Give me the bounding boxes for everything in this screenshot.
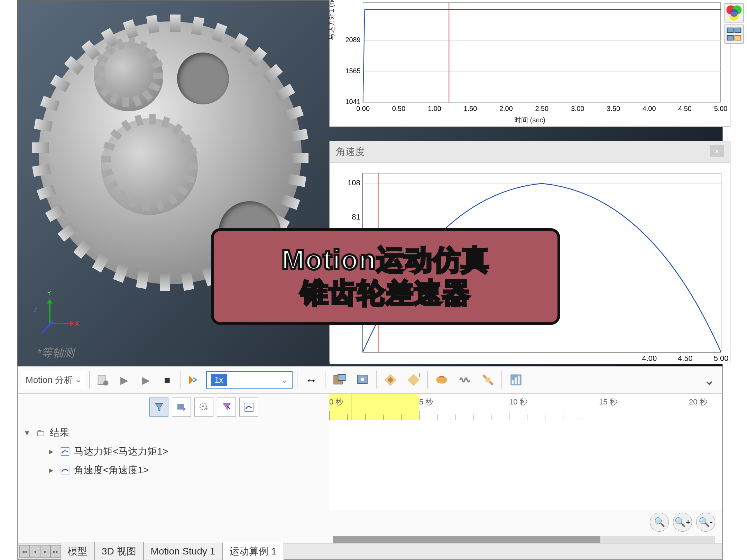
svg-rect-39 [338, 374, 345, 381]
tab-motion-case-1[interactable]: 运动算例 1 [223, 542, 284, 560]
svg-rect-0 [363, 3, 721, 102]
chart1-y-label: 马达力矩1 (newto [327, 0, 336, 40]
svg-text:5.00: 5.00 [714, 354, 729, 363]
svg-text:4.00: 4.00 [643, 105, 656, 112]
x-axis-label: X [75, 320, 79, 328]
coordinate-triad[interactable]: Y X Z [35, 297, 77, 338]
tab-nav-next[interactable]: ▸ [40, 545, 50, 558]
tab-model[interactable]: 模型 [61, 542, 95, 560]
chart1-x-label: 时间 (sec) [514, 115, 545, 125]
svg-text:2.50: 2.50 [535, 105, 548, 112]
filter-funnel-button[interactable] [149, 398, 168, 417]
svg-text:0.00: 0.00 [356, 105, 370, 112]
tab-nav-buttons: ◂◂ ◂ ▸ ▸▸ [19, 545, 61, 558]
svg-text:0.50: 0.50 [392, 105, 406, 112]
svg-point-41 [361, 377, 365, 381]
add-key-button[interactable]: + [404, 371, 423, 390]
tree-collapse-icon[interactable]: ▾ [25, 428, 32, 438]
play-button[interactable]: ▶ [137, 371, 154, 389]
chart1-plot: 1041 1565 2089 0.00 0.50 1.00 1.50 2.00 … [330, 0, 730, 127]
animation-wizard-button[interactable] [353, 371, 372, 390]
svg-text:1565: 1565 [345, 67, 360, 75]
save-animation-button[interactable] [330, 371, 349, 390]
results-plot-button[interactable] [506, 371, 525, 390]
planet-gear [101, 118, 198, 215]
y-axis-arrow [49, 300, 50, 324]
chart2-header[interactable]: 角速度 × [330, 141, 730, 163]
svg-text:1.00: 1.00 [428, 105, 441, 112]
svg-text:3.00: 3.00 [571, 105, 584, 112]
svg-text:4.50: 4.50 [678, 354, 693, 363]
play-from-start-button[interactable]: ▶ [116, 371, 133, 389]
svg-rect-55 [61, 466, 69, 474]
motor-torque-chart-panel[interactable]: 马达力矩1 (newto 1041 1565 2089 0.00 0.50 1.… [329, 0, 730, 127]
filter-animated-button[interactable] [172, 398, 191, 417]
view-orientation-label: *等轴测 [37, 345, 74, 361]
filter-toolbar [18, 394, 329, 420]
chart2-title: 角速度 [336, 145, 365, 158]
display-pane-icon[interactable] [725, 25, 744, 44]
svg-rect-45 [486, 377, 490, 382]
autokey-button[interactable] [381, 371, 400, 390]
tree-item-label: 马达力矩<马达力矩1> [74, 445, 168, 458]
svg-text:4.50: 4.50 [678, 105, 692, 112]
tab-nav-prev[interactable]: ◂ [30, 545, 40, 558]
svg-text:5.00: 5.00 [714, 105, 728, 112]
stop-button[interactable]: ■ [158, 371, 176, 389]
tab-motion-study-1[interactable]: Motion Study 1 [144, 543, 223, 560]
svg-text:4.00: 4.00 [642, 354, 657, 363]
tree-item-motor-torque[interactable]: ▸ 马达力矩<马达力矩1> [25, 442, 322, 461]
analysis-type-dropdown[interactable]: Motion 分析 [21, 371, 85, 389]
svg-rect-54 [61, 447, 69, 455]
motion-toolbar: Motion 分析 ▶ ▶ ■ 1x ⌄ ↔ + ⌄ [18, 366, 722, 394]
folder-icon: 🗀 [35, 427, 46, 438]
filter-driving-button[interactable] [194, 398, 213, 417]
chart2-close-button[interactable]: × [710, 145, 724, 157]
timeline-cursor[interactable] [351, 394, 351, 420]
zoom-in-button[interactable]: 🔍+ [673, 513, 692, 532]
svg-rect-49 [518, 376, 519, 384]
timeline-ruler[interactable]: 0 秒5 秒10 秒15 秒20 秒 [329, 394, 722, 420]
tree-item-angular-velocity[interactable]: ▸ 角速度<角速度1> [25, 461, 322, 479]
svg-rect-35 [735, 36, 741, 40]
tree-expand-icon[interactable]: ▸ [49, 465, 56, 475]
calculate-button[interactable] [94, 371, 111, 389]
timeline-zoom-controls: 🔍 🔍+ 🔍- [650, 513, 715, 532]
tree-item-label: 角速度<角速度1> [74, 464, 149, 477]
filter-results-button[interactable] [239, 398, 258, 417]
motor-button[interactable] [432, 371, 451, 390]
zoom-out-button[interactable]: 🔍- [696, 513, 715, 532]
y-axis-label: Y [47, 290, 51, 297]
playback-speed-select[interactable]: 1x ⌄ [206, 371, 293, 389]
damper-button[interactable] [478, 371, 497, 390]
svg-text:1041: 1041 [345, 98, 360, 105]
svg-point-43 [436, 376, 447, 384]
title-overlay-banner: Motion运动仿真 锥齿轮差速器 [211, 228, 560, 325]
svg-rect-48 [515, 377, 516, 384]
overlay-line2: 锥齿轮差速器 [301, 277, 471, 310]
motion-study-panel: Motion 分析 ▶ ▶ ■ 1x ⌄ ↔ + ⌄ [17, 366, 723, 560]
appearance-color-icon[interactable] [725, 3, 744, 22]
timeline-tracks-panel[interactable] [329, 420, 722, 510]
tab-3d-view[interactable]: 3D 视图 [95, 542, 144, 560]
tab-nav-first[interactable]: ◂◂ [19, 545, 30, 558]
tab-nav-last[interactable]: ▸▸ [50, 545, 61, 558]
svg-text:2.00: 2.00 [499, 105, 513, 112]
collapse-button[interactable]: ⌄ [700, 371, 719, 390]
motion-tree-panel: ▾ 🗀 结果 ▸ 马达力矩<马达力矩1> ▸ 角速度<角速度1> [18, 420, 329, 510]
svg-rect-32 [727, 28, 734, 32]
svg-text:+: + [417, 373, 421, 379]
zoom-timeline-button[interactable]: ↔ [302, 371, 321, 390]
spring-button[interactable] [455, 371, 474, 390]
svg-text:108: 108 [348, 178, 360, 187]
zoom-fit-button[interactable]: 🔍 [650, 513, 669, 532]
svg-text:81: 81 [352, 213, 360, 221]
tree-results-folder[interactable]: ▾ 🗀 结果 [25, 423, 322, 442]
playback-mode-button[interactable] [185, 371, 202, 389]
svg-rect-33 [735, 28, 741, 32]
svg-point-31 [730, 9, 738, 17]
overlay-line1: Motion运动仿真 [282, 243, 490, 277]
svg-point-52 [202, 405, 204, 407]
tree-expand-icon[interactable]: ▸ [49, 447, 56, 456]
filter-selected-button[interactable] [217, 398, 236, 417]
